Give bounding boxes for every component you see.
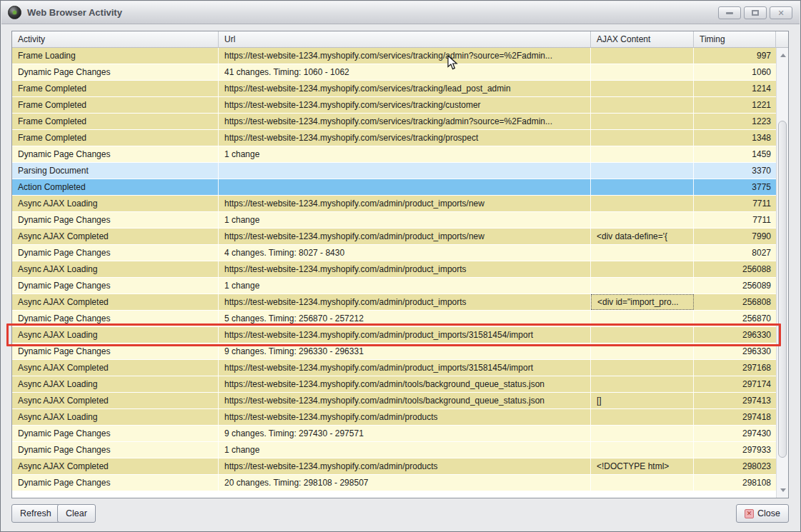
cell-url: https://test-website-1234.myshopify.com/…: [219, 130, 591, 146]
table-row[interactable]: Frame Completed https://test-website-123…: [12, 81, 788, 97]
table-row[interactable]: Dynamic Page Changes 1 change 256089: [12, 278, 788, 294]
close-window-button[interactable]: ✕: [770, 6, 792, 19]
cell-ajax-content: [591, 376, 694, 392]
table-row[interactable]: Async AJAX Completed https://test-websit…: [12, 360, 788, 376]
refresh-button[interactable]: Refresh: [11, 504, 60, 523]
table-row[interactable]: Async AJAX Loading https://test-website-…: [12, 261, 788, 278]
cell-timing: 297430: [694, 426, 776, 441]
column-header-ajax-content[interactable]: AJAX Content: [591, 31, 694, 48]
table-row[interactable]: Dynamic Page Changes 1 change 297933: [12, 442, 788, 458]
table-row[interactable]: Dynamic Page Changes 1 change 7711: [12, 212, 788, 229]
maximize-button[interactable]: [744, 6, 767, 19]
cell-ajax-content: [591, 409, 694, 425]
table-row[interactable]: Async AJAX Completed https://test-websit…: [12, 229, 788, 245]
arrow-up-icon: [780, 54, 786, 57]
cell-url: https://test-website-1234.myshopify.com/…: [219, 458, 591, 474]
cell-url: https://test-website-1234.myshopify.com/…: [219, 48, 591, 64]
table-body: Frame Loading https://test-website-1234.…: [12, 48, 788, 491]
cell-activity: Dynamic Page Changes: [12, 311, 219, 326]
cell-timing: 1223: [694, 114, 776, 129]
table-row[interactable]: Parsing Document 3370: [12, 163, 788, 179]
cell-url: [219, 163, 591, 179]
cell-activity: Frame Completed: [12, 97, 219, 113]
cell-timing: 7711: [694, 196, 776, 211]
cell-activity: Dynamic Page Changes: [12, 212, 219, 228]
column-header-activity[interactable]: Activity: [12, 31, 219, 48]
cell-activity: Async AJAX Completed: [12, 458, 219, 474]
cell-ajax-content: [591, 475, 694, 491]
cell-timing: 256089: [694, 278, 776, 293]
cell-ajax-content: [591, 426, 694, 441]
table-row[interactable]: Async AJAX Loading https://test-website-…: [12, 409, 788, 426]
close-button[interactable]: ✕ Close: [736, 504, 789, 523]
cell-ajax-content: [591, 81, 694, 96]
cell-timing: 256808: [694, 294, 776, 310]
web-browser-activity-dialog: Web Browser Activity ✕ Activity Url AJAX…: [0, 0, 801, 532]
cell-url: https://test-website-1234.myshopify.com/…: [219, 409, 591, 425]
cell-activity: Dynamic Page Changes: [12, 343, 219, 359]
cell-timing: 1214: [694, 81, 776, 96]
cell-timing: 296330: [694, 327, 776, 343]
table-row[interactable]: Action Completed 3775: [12, 179, 788, 196]
cell-activity: Async AJAX Loading: [12, 376, 219, 392]
table-row[interactable]: Async AJAX Loading https://test-website-…: [12, 327, 788, 343]
table-row[interactable]: Dynamic Page Changes 20 changes. Timing:…: [12, 475, 788, 491]
cell-url: 20 changes. Timing: 298108 - 298507: [219, 475, 591, 491]
table-row[interactable]: Async AJAX Completed https://test-websit…: [12, 294, 788, 311]
close-x-icon: ✕: [745, 509, 754, 518]
cell-activity: Frame Completed: [12, 81, 219, 96]
clear-button[interactable]: Clear: [57, 504, 96, 523]
cell-url: https://test-website-1234.myshopify.com/…: [219, 196, 591, 211]
titlebar[interactable]: Web Browser Activity ✕: [1, 1, 800, 24]
cell-url: 1 change: [219, 278, 591, 293]
table-row[interactable]: Dynamic Page Changes 41 changes. Timing:…: [12, 64, 788, 81]
table-row[interactable]: Dynamic Page Changes 9 changes. Timing: …: [12, 426, 788, 442]
cell-ajax-content: [591, 179, 694, 195]
table-row[interactable]: Frame Completed https://test-website-123…: [12, 130, 788, 146]
cell-activity: Dynamic Page Changes: [12, 442, 219, 458]
vertical-scrollbar[interactable]: [776, 48, 788, 498]
cell-ajax-content: [591, 442, 694, 458]
cell-timing: 297168: [694, 360, 776, 376]
cell-url: 9 changes. Timing: 297430 - 297571: [219, 426, 591, 441]
cell-ajax-content: [591, 245, 694, 261]
close-button-label: Close: [757, 508, 780, 518]
cell-ajax-content: [591, 64, 694, 80]
cell-ajax-content: [591, 278, 694, 293]
table-row[interactable]: Async AJAX Loading https://test-website-…: [12, 196, 788, 212]
scroll-down-button[interactable]: [777, 484, 789, 496]
scroll-up-button[interactable]: [777, 49, 789, 61]
table-row[interactable]: Dynamic Page Changes 9 changes. Timing: …: [12, 343, 788, 360]
cell-url: https://test-website-1234.myshopify.com/…: [219, 229, 591, 244]
cell-url: https://test-website-1234.myshopify.com/…: [219, 393, 591, 408]
column-header-url[interactable]: Url: [219, 31, 591, 48]
cell-activity: Dynamic Page Changes: [12, 146, 219, 162]
table-row[interactable]: Async AJAX Completed https://test-websit…: [12, 458, 788, 475]
table-row[interactable]: Dynamic Page Changes 1 change 1459: [12, 146, 788, 163]
table-row[interactable]: Frame Completed https://test-website-123…: [12, 114, 788, 130]
cell-url: https://test-website-1234.myshopify.com/…: [219, 327, 591, 343]
cell-activity: Async AJAX Completed: [12, 294, 219, 310]
cell-activity: Action Completed: [12, 179, 219, 195]
column-header-stub: [776, 31, 788, 48]
cell-ajax-content: [591, 146, 694, 162]
table-row[interactable]: Async AJAX Completed https://test-websit…: [12, 393, 788, 409]
column-header-timing[interactable]: Timing: [694, 31, 776, 48]
cell-timing: 297413: [694, 393, 776, 408]
cell-url: https://test-website-1234.myshopify.com/…: [219, 360, 591, 376]
cell-url: https://test-website-1234.myshopify.com/…: [219, 114, 591, 129]
cell-activity: Frame Completed: [12, 130, 219, 146]
table-row[interactable]: Frame Completed https://test-website-123…: [12, 97, 788, 114]
table-row[interactable]: Frame Loading https://test-website-1234.…: [12, 48, 788, 64]
cell-activity: Async AJAX Completed: [12, 393, 219, 408]
scrollbar-thumb[interactable]: [778, 121, 787, 458]
cell-timing: 297174: [694, 376, 776, 392]
cell-ajax-content: <div data-define='{: [591, 229, 694, 244]
cell-url: [219, 179, 591, 195]
table-row[interactable]: Async AJAX Loading https://test-website-…: [12, 376, 788, 393]
cell-ajax-content: <!DOCTYPE html>: [591, 458, 694, 474]
table-row[interactable]: Dynamic Page Changes 5 changes. Timing: …: [12, 311, 788, 327]
table-row[interactable]: Dynamic Page Changes 4 changes. Timing: …: [12, 245, 788, 261]
minimize-button[interactable]: [718, 6, 741, 19]
cell-ajax-content: [591, 343, 694, 359]
